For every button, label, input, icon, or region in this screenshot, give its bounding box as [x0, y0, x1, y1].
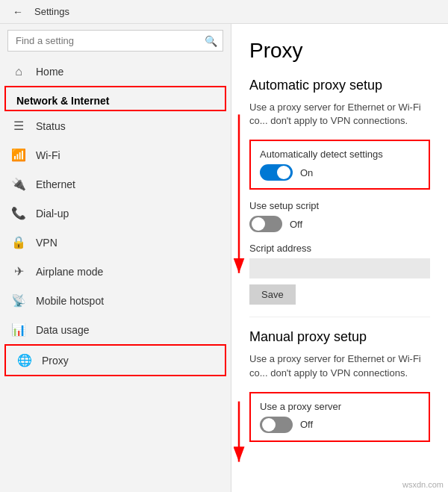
auto-detect-status: On [300, 167, 313, 178]
watermark: wsxdn.com [402, 480, 444, 489]
auto-detect-label: Automatically detect settings [260, 149, 420, 160]
auto-detect-box: Automatically detect settings On [249, 140, 430, 190]
script-address-block: Script address Save [249, 243, 430, 305]
sidebar-item-hotspot[interactable]: 📡 Mobile hotspot [0, 286, 231, 315]
setup-script-toggle-thumb [252, 217, 265, 231]
sidebar-item-vpn[interactable]: 🔒 VPN [0, 228, 231, 257]
script-address-input[interactable] [249, 258, 430, 278]
sidebar-item-datausage[interactable]: 📊 Data usage [0, 315, 231, 344]
setup-script-block: Use setup script Off [249, 200, 430, 232]
script-address-label: Script address [249, 243, 430, 254]
auto-detect-toggle-row: On [260, 164, 420, 181]
sidebar-item-status[interactable]: ☰ Status [0, 111, 231, 140]
section-divider [249, 317, 430, 317]
sidebar-item-dialup[interactable]: 📞 Dial-up [0, 199, 231, 228]
save-button[interactable]: Save [249, 284, 296, 305]
auto-section-desc: Use a proxy server for Ethernet or Wi-Fi… [249, 101, 430, 128]
datausage-icon: 📊 [10, 323, 27, 337]
search-icon: 🔍 [205, 35, 217, 47]
sidebar-item-airplane[interactable]: ✈ Airplane mode [0, 257, 231, 286]
setup-script-toggle-row: Off [249, 216, 430, 232]
search-box: 🔍 [7, 30, 223, 52]
network-internet-header: Network & Internet [4, 86, 226, 111]
manual-section-title: Manual proxy setup [249, 329, 430, 345]
setup-script-status: Off [290, 219, 302, 230]
dialup-icon: 📞 [10, 206, 27, 220]
airplane-icon: ✈ [10, 264, 27, 278]
auto-detect-toggle-thumb [277, 166, 290, 179]
auto-detect-toggle[interactable] [260, 164, 293, 181]
proxy-server-status: Off [300, 419, 313, 430]
vpn-icon: 🔒 [10, 235, 27, 249]
main-layout: 🔍 ⌂ Home Network & Internet ☰ Status 📶 W… [0, 24, 448, 492]
wifi-icon: 📶 [10, 148, 27, 162]
content-area: Proxy Automatic proxy setup Use a proxy … [231, 24, 448, 492]
setup-script-label: Use setup script [249, 200, 430, 211]
manual-section-desc: Use a proxy server for Ethernet or Wi-Fi… [249, 352, 430, 379]
proxy-server-label: Use a proxy server [260, 401, 420, 412]
status-icon: ☰ [10, 119, 27, 133]
titlebar: ← Settings [0, 0, 448, 24]
sidebar-item-home[interactable]: ⌂ Home [0, 57, 231, 86]
sidebar-item-wifi[interactable]: 📶 Wi-Fi [0, 140, 231, 169]
window-title: Settings [34, 6, 69, 17]
proxy-server-toggle-thumb [262, 418, 276, 432]
back-button[interactable]: ← [7, 1, 28, 22]
ethernet-icon: 🔌 [10, 177, 27, 191]
sidebar: 🔍 ⌂ Home Network & Internet ☰ Status 📶 W… [0, 24, 231, 492]
page-title: Proxy [249, 39, 430, 63]
home-icon: ⌂ [10, 65, 27, 78]
sub-nav: ☰ Status 📶 Wi-Fi 🔌 Ethernet 📞 Dial-up 🔒 … [0, 111, 231, 376]
sidebar-item-ethernet[interactable]: 🔌 Ethernet [0, 169, 231, 199]
proxy-server-toggle-row: Off [260, 417, 420, 433]
auto-section-title: Automatic proxy setup [249, 78, 430, 93]
hotspot-icon: 📡 [10, 293, 27, 308]
setup-script-toggle[interactable] [249, 216, 282, 232]
proxy-server-box: Use a proxy server Off [249, 392, 430, 442]
proxy-server-toggle[interactable] [260, 417, 293, 433]
home-label: Home [36, 66, 63, 78]
search-input[interactable] [7, 30, 223, 52]
proxy-icon: 🌐 [16, 353, 33, 367]
sidebar-item-proxy[interactable]: 🌐 Proxy [4, 344, 226, 376]
